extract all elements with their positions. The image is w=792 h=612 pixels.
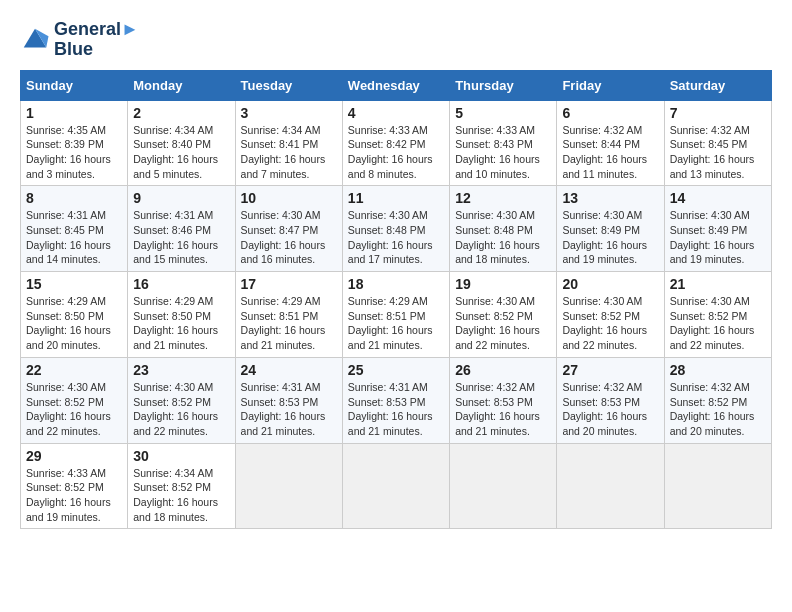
day-number: 29 bbox=[26, 448, 122, 464]
calendar-cell: 29 Sunrise: 4:33 AMSunset: 8:52 PMDaylig… bbox=[21, 443, 128, 529]
logo-icon bbox=[20, 25, 50, 55]
day-content: Sunrise: 4:34 AMSunset: 8:52 PMDaylight:… bbox=[133, 466, 229, 525]
day-content: Sunrise: 4:30 AMSunset: 8:52 PMDaylight:… bbox=[26, 380, 122, 439]
col-header-wednesday: Wednesday bbox=[342, 70, 449, 100]
logo-text: General► Blue bbox=[54, 20, 139, 60]
day-content: Sunrise: 4:31 AMSunset: 8:53 PMDaylight:… bbox=[348, 380, 444, 439]
day-content: Sunrise: 4:29 AMSunset: 8:50 PMDaylight:… bbox=[26, 294, 122, 353]
calendar-cell: 19 Sunrise: 4:30 AMSunset: 8:52 PMDaylig… bbox=[450, 272, 557, 358]
day-number: 5 bbox=[455, 105, 551, 121]
day-content: Sunrise: 4:30 AMSunset: 8:52 PMDaylight:… bbox=[455, 294, 551, 353]
calendar-cell: 11 Sunrise: 4:30 AMSunset: 8:48 PMDaylig… bbox=[342, 186, 449, 272]
calendar-cell: 6 Sunrise: 4:32 AMSunset: 8:44 PMDayligh… bbox=[557, 100, 664, 186]
day-content: Sunrise: 4:32 AMSunset: 8:53 PMDaylight:… bbox=[455, 380, 551, 439]
day-number: 15 bbox=[26, 276, 122, 292]
day-content: Sunrise: 4:32 AMSunset: 8:53 PMDaylight:… bbox=[562, 380, 658, 439]
day-number: 9 bbox=[133, 190, 229, 206]
calendar-cell: 13 Sunrise: 4:30 AMSunset: 8:49 PMDaylig… bbox=[557, 186, 664, 272]
calendar-cell: 3 Sunrise: 4:34 AMSunset: 8:41 PMDayligh… bbox=[235, 100, 342, 186]
day-content: Sunrise: 4:31 AMSunset: 8:45 PMDaylight:… bbox=[26, 208, 122, 267]
calendar-cell: 25 Sunrise: 4:31 AMSunset: 8:53 PMDaylig… bbox=[342, 357, 449, 443]
day-number: 28 bbox=[670, 362, 766, 378]
calendar-cell bbox=[342, 443, 449, 529]
calendar-cell: 27 Sunrise: 4:32 AMSunset: 8:53 PMDaylig… bbox=[557, 357, 664, 443]
day-content: Sunrise: 4:30 AMSunset: 8:52 PMDaylight:… bbox=[562, 294, 658, 353]
day-number: 11 bbox=[348, 190, 444, 206]
day-number: 24 bbox=[241, 362, 337, 378]
day-content: Sunrise: 4:32 AMSunset: 8:44 PMDaylight:… bbox=[562, 123, 658, 182]
day-number: 12 bbox=[455, 190, 551, 206]
day-number: 17 bbox=[241, 276, 337, 292]
calendar-cell bbox=[450, 443, 557, 529]
day-number: 19 bbox=[455, 276, 551, 292]
calendar-cell: 30 Sunrise: 4:34 AMSunset: 8:52 PMDaylig… bbox=[128, 443, 235, 529]
calendar-cell: 15 Sunrise: 4:29 AMSunset: 8:50 PMDaylig… bbox=[21, 272, 128, 358]
calendar-cell: 10 Sunrise: 4:30 AMSunset: 8:47 PMDaylig… bbox=[235, 186, 342, 272]
calendar-table: SundayMondayTuesdayWednesdayThursdayFrid… bbox=[20, 70, 772, 530]
calendar-cell bbox=[664, 443, 771, 529]
day-number: 2 bbox=[133, 105, 229, 121]
col-header-sunday: Sunday bbox=[21, 70, 128, 100]
col-header-monday: Monday bbox=[128, 70, 235, 100]
day-number: 4 bbox=[348, 105, 444, 121]
day-content: Sunrise: 4:32 AMSunset: 8:45 PMDaylight:… bbox=[670, 123, 766, 182]
day-number: 30 bbox=[133, 448, 229, 464]
day-number: 7 bbox=[670, 105, 766, 121]
calendar-cell: 24 Sunrise: 4:31 AMSunset: 8:53 PMDaylig… bbox=[235, 357, 342, 443]
calendar-week-5: 29 Sunrise: 4:33 AMSunset: 8:52 PMDaylig… bbox=[21, 443, 772, 529]
day-number: 25 bbox=[348, 362, 444, 378]
calendar-cell: 20 Sunrise: 4:30 AMSunset: 8:52 PMDaylig… bbox=[557, 272, 664, 358]
day-content: Sunrise: 4:33 AMSunset: 8:52 PMDaylight:… bbox=[26, 466, 122, 525]
calendar-week-2: 8 Sunrise: 4:31 AMSunset: 8:45 PMDayligh… bbox=[21, 186, 772, 272]
calendar-cell bbox=[235, 443, 342, 529]
day-content: Sunrise: 4:31 AMSunset: 8:53 PMDaylight:… bbox=[241, 380, 337, 439]
col-header-friday: Friday bbox=[557, 70, 664, 100]
day-number: 26 bbox=[455, 362, 551, 378]
day-number: 27 bbox=[562, 362, 658, 378]
day-number: 21 bbox=[670, 276, 766, 292]
calendar-cell: 22 Sunrise: 4:30 AMSunset: 8:52 PMDaylig… bbox=[21, 357, 128, 443]
day-number: 23 bbox=[133, 362, 229, 378]
day-number: 10 bbox=[241, 190, 337, 206]
day-content: Sunrise: 4:29 AMSunset: 8:51 PMDaylight:… bbox=[348, 294, 444, 353]
day-content: Sunrise: 4:33 AMSunset: 8:43 PMDaylight:… bbox=[455, 123, 551, 182]
day-content: Sunrise: 4:30 AMSunset: 8:49 PMDaylight:… bbox=[670, 208, 766, 267]
day-content: Sunrise: 4:30 AMSunset: 8:48 PMDaylight:… bbox=[455, 208, 551, 267]
calendar-cell: 16 Sunrise: 4:29 AMSunset: 8:50 PMDaylig… bbox=[128, 272, 235, 358]
calendar-cell: 4 Sunrise: 4:33 AMSunset: 8:42 PMDayligh… bbox=[342, 100, 449, 186]
day-number: 22 bbox=[26, 362, 122, 378]
day-content: Sunrise: 4:30 AMSunset: 8:52 PMDaylight:… bbox=[133, 380, 229, 439]
calendar-cell: 9 Sunrise: 4:31 AMSunset: 8:46 PMDayligh… bbox=[128, 186, 235, 272]
col-header-tuesday: Tuesday bbox=[235, 70, 342, 100]
logo: General► Blue bbox=[20, 20, 139, 60]
calendar-cell: 28 Sunrise: 4:32 AMSunset: 8:52 PMDaylig… bbox=[664, 357, 771, 443]
day-content: Sunrise: 4:31 AMSunset: 8:46 PMDaylight:… bbox=[133, 208, 229, 267]
day-number: 18 bbox=[348, 276, 444, 292]
day-content: Sunrise: 4:35 AMSunset: 8:39 PMDaylight:… bbox=[26, 123, 122, 182]
calendar-cell: 5 Sunrise: 4:33 AMSunset: 8:43 PMDayligh… bbox=[450, 100, 557, 186]
day-number: 6 bbox=[562, 105, 658, 121]
day-content: Sunrise: 4:29 AMSunset: 8:50 PMDaylight:… bbox=[133, 294, 229, 353]
calendar-week-1: 1 Sunrise: 4:35 AMSunset: 8:39 PMDayligh… bbox=[21, 100, 772, 186]
day-content: Sunrise: 4:32 AMSunset: 8:52 PMDaylight:… bbox=[670, 380, 766, 439]
calendar-cell: 12 Sunrise: 4:30 AMSunset: 8:48 PMDaylig… bbox=[450, 186, 557, 272]
day-number: 13 bbox=[562, 190, 658, 206]
calendar-cell: 26 Sunrise: 4:32 AMSunset: 8:53 PMDaylig… bbox=[450, 357, 557, 443]
day-number: 20 bbox=[562, 276, 658, 292]
day-number: 14 bbox=[670, 190, 766, 206]
day-content: Sunrise: 4:29 AMSunset: 8:51 PMDaylight:… bbox=[241, 294, 337, 353]
calendar-cell: 8 Sunrise: 4:31 AMSunset: 8:45 PMDayligh… bbox=[21, 186, 128, 272]
day-content: Sunrise: 4:34 AMSunset: 8:40 PMDaylight:… bbox=[133, 123, 229, 182]
day-number: 3 bbox=[241, 105, 337, 121]
calendar-cell: 23 Sunrise: 4:30 AMSunset: 8:52 PMDaylig… bbox=[128, 357, 235, 443]
calendar-week-3: 15 Sunrise: 4:29 AMSunset: 8:50 PMDaylig… bbox=[21, 272, 772, 358]
col-header-thursday: Thursday bbox=[450, 70, 557, 100]
calendar-cell: 7 Sunrise: 4:32 AMSunset: 8:45 PMDayligh… bbox=[664, 100, 771, 186]
calendar-week-4: 22 Sunrise: 4:30 AMSunset: 8:52 PMDaylig… bbox=[21, 357, 772, 443]
calendar-cell bbox=[557, 443, 664, 529]
calendar-cell: 21 Sunrise: 4:30 AMSunset: 8:52 PMDaylig… bbox=[664, 272, 771, 358]
day-content: Sunrise: 4:30 AMSunset: 8:48 PMDaylight:… bbox=[348, 208, 444, 267]
day-number: 8 bbox=[26, 190, 122, 206]
day-number: 16 bbox=[133, 276, 229, 292]
calendar-cell: 14 Sunrise: 4:30 AMSunset: 8:49 PMDaylig… bbox=[664, 186, 771, 272]
